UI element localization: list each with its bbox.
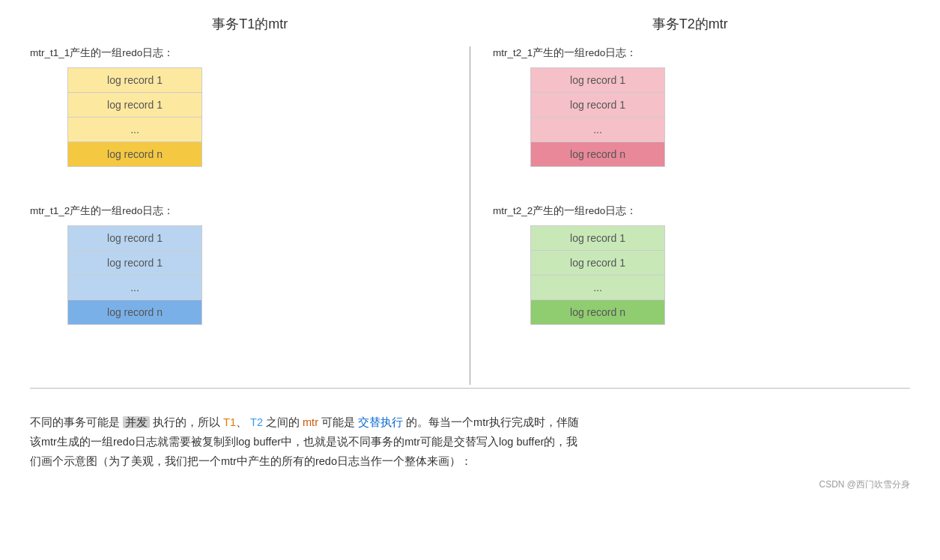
mtr-t2-2-log-group: log record 1 log record 1 ... log record… [530,225,665,325]
mtr-t1-2-log-group: log record 1 log record 1 ... log record… [67,225,202,325]
log-record: log record 1 [531,93,664,118]
log-record-ellipsis: ... [68,276,201,300]
log-record: log record 1 [531,251,664,276]
log-record: log record 1 [531,226,664,251]
desc-text-5: 可能是 [318,416,358,428]
desc-text-6: 的。每当一个mtr执行完成时，伴随 [403,416,579,428]
log-record: log record 1 [68,93,201,118]
desc-alternate: 交替执行 [358,416,403,428]
log-record-last: log record n [68,300,201,324]
mtr-t1-1-section: mtr_t1_1产生的一组redo日志： log record 1 log re… [30,46,447,189]
horizontal-divider [30,388,910,389]
mtr-t1-1-log-group: log record 1 log record 1 ... log record… [67,67,202,167]
log-record: log record 1 [68,68,201,93]
mtr-t2-1-log-group: log record 1 log record 1 ... log record… [530,67,665,167]
left-panel: mtr_t1_1产生的一组redo日志： log record 1 log re… [30,46,470,385]
log-record: log record 1 [68,226,201,251]
log-record-last: log record n [531,300,664,324]
desc-text-1: 不同的事务可能是 [30,416,123,428]
title-right: 事务T2的mtr [470,15,911,33]
log-record-ellipsis: ... [68,118,201,142]
log-record-ellipsis: ... [531,276,664,300]
mtr-t1-1-label: mtr_t1_1产生的一组redo日志： [30,46,447,60]
desc-mtr: mtr [303,416,318,428]
description-paragraph: 不同的事务可能是 并发 执行的，所以 T1、 T2 之间的 mtr 可能是 交替… [30,413,910,471]
desc-text-7: 该mtr生成的一组redo日志就需要被复制到log buffer中，也就是说不同… [30,436,577,448]
desc-text-2: 执行的，所以 [150,416,223,428]
log-record-ellipsis: ... [531,118,664,142]
mtr-t1-2-label: mtr_t1_2产生的一组redo日志： [30,204,447,218]
mtr-t2-2-label: mtr_t2_2产生的一组redo日志： [493,204,910,218]
mtr-t1-2-section: mtr_t1_2产生的一组redo日志： log record 1 log re… [30,204,447,347]
desc-text-4: 之间的 [263,416,303,428]
log-record-last: log record n [68,142,201,166]
log-record-last: log record n [531,142,664,166]
log-record: log record 1 [68,251,201,276]
mtr-t2-1-section: mtr_t2_1产生的一组redo日志： log record 1 log re… [493,46,910,189]
watermark: CSDN @西门吹雪分身 [30,478,910,491]
desc-text-3: 、 [236,416,250,428]
log-record: log record 1 [531,68,664,93]
title-left: 事务T1的mtr [30,15,470,33]
content-area: mtr_t1_1产生的一组redo日志： log record 1 log re… [30,46,910,385]
mtr-t2-2-section: mtr_t2_2产生的一组redo日志： log record 1 log re… [493,204,910,347]
desc-t1: T1 [223,416,236,428]
mtr-t2-1-label: mtr_t2_1产生的一组redo日志： [493,46,910,60]
desc-text-8: 们画个示意图（为了美观，我们把一个mtr中产生的所有的redo日志当作一个整体来… [30,455,472,467]
desc-t2: T2 [250,416,263,428]
desc-concurrent: 并发 [123,416,150,428]
main-container: 事务T1的mtr 事务T2的mtr mtr_t1_1产生的一组redo日志： l… [30,15,910,491]
right-panel: mtr_t2_1产生的一组redo日志： log record 1 log re… [470,46,910,385]
header-row: 事务T1的mtr 事务T2的mtr [30,15,910,33]
